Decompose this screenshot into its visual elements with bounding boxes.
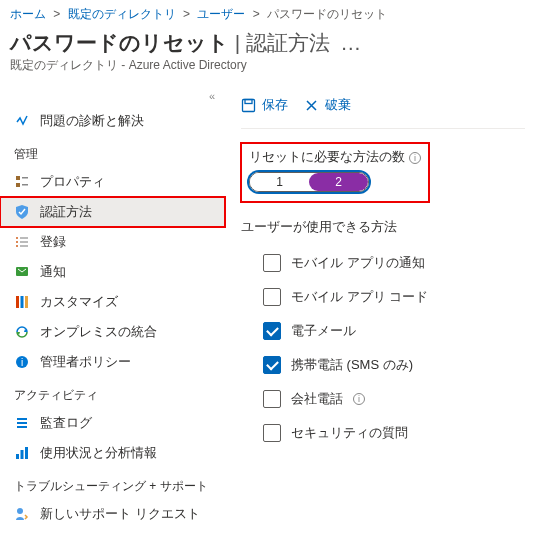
breadcrumb-users[interactable]: ユーザー: [197, 7, 245, 21]
sidebar-item-label: 使用状況と分析情報: [40, 444, 157, 462]
checkbox[interactable]: [263, 322, 281, 340]
save-icon: [241, 98, 256, 113]
sidebar-item-properties[interactable]: プロパティ: [0, 167, 225, 197]
method-row: 会社電話i: [241, 382, 525, 416]
sidebar: « 問題の診断と解決 管理 プロパティ 認証方法 登録: [0, 86, 225, 529]
sidebar-item-auth-methods[interactable]: 認証方法: [0, 197, 225, 227]
svg-rect-17: [17, 422, 27, 424]
svg-rect-24: [245, 99, 252, 103]
info-icon: i: [14, 354, 30, 370]
more-icon[interactable]: …: [340, 31, 363, 54]
required-methods-toggle[interactable]: 1 2: [249, 172, 369, 192]
list-icon: [14, 234, 30, 250]
breadcrumb-directory[interactable]: 既定のディレクトリ: [68, 7, 176, 21]
required-methods-label: リセットに必要な方法の数 i: [249, 149, 421, 166]
toggle-option-1[interactable]: 1: [250, 173, 309, 191]
method-label: モバイル アプリ コード: [291, 288, 428, 306]
info-icon[interactable]: i: [409, 152, 421, 164]
sidebar-item-label: 新しいサポート リクエスト: [40, 505, 200, 523]
sidebar-item-label: 管理者ポリシー: [40, 353, 131, 371]
sidebar-item-label: オンプレミスの統合: [40, 323, 157, 341]
svg-rect-2: [16, 183, 20, 187]
svg-rect-1: [22, 177, 28, 179]
chart-icon: [14, 445, 30, 461]
svg-rect-11: [16, 296, 19, 308]
log-icon: [14, 415, 30, 431]
bell-icon: [14, 264, 30, 280]
required-methods-group: リセットに必要な方法の数 i 1 2: [241, 143, 429, 202]
breadcrumb-current: パスワードのリセット: [267, 7, 387, 21]
checkbox[interactable]: [263, 424, 281, 442]
svg-rect-13: [25, 296, 28, 308]
chevron-right-icon: >: [253, 7, 260, 21]
sidebar-item-insights[interactable]: 使用状況と分析情報: [0, 438, 225, 468]
method-label: モバイル アプリの通知: [291, 254, 425, 272]
sidebar-item-audit-logs[interactable]: 監査ログ: [0, 408, 225, 438]
svg-rect-7: [20, 241, 28, 243]
info-icon[interactable]: i: [353, 393, 365, 405]
sync-icon: [14, 324, 30, 340]
checkbox[interactable]: [263, 390, 281, 408]
sidebar-item-label: カスタマイズ: [40, 293, 118, 311]
page-title: パスワードのリセット | 認証方法…: [10, 29, 363, 57]
section-support: トラブルシューティング + サポート: [0, 468, 225, 499]
collapse-sidebar-icon[interactable]: «: [0, 86, 225, 106]
svg-rect-5: [20, 237, 28, 239]
required-methods-text: リセットに必要な方法の数: [249, 149, 405, 166]
save-button[interactable]: 保存: [241, 96, 288, 114]
toggle-option-2[interactable]: 2: [309, 173, 368, 191]
svg-rect-3: [22, 184, 28, 186]
svg-rect-9: [20, 245, 28, 247]
sidebar-item-customize[interactable]: カスタマイズ: [0, 287, 225, 317]
breadcrumb-home[interactable]: ホーム: [10, 7, 46, 21]
page-title-row: パスワードのリセット | 認証方法…: [0, 27, 535, 57]
sidebar-item-label: 認証方法: [40, 203, 92, 221]
svg-rect-23: [243, 99, 255, 111]
svg-rect-19: [16, 454, 19, 459]
discard-button[interactable]: 破棄: [304, 96, 351, 114]
method-row: 電子メール: [241, 314, 525, 348]
chevron-right-icon: >: [183, 7, 190, 21]
properties-icon: [14, 174, 30, 190]
svg-rect-0: [16, 176, 20, 180]
page-subtitle: 既定のディレクトリ - Azure Active Directory: [0, 57, 535, 86]
svg-rect-12: [21, 296, 24, 308]
available-methods-label: ユーザーが使用できる方法: [241, 218, 525, 236]
svg-rect-20: [21, 450, 24, 459]
sidebar-item-onprem[interactable]: オンプレミスの統合: [0, 317, 225, 347]
command-bar: 保存 破棄: [241, 90, 525, 129]
sidebar-item-label: 通知: [40, 263, 66, 281]
method-row: モバイル アプリの通知: [241, 246, 525, 280]
method-label: 会社電話: [291, 390, 343, 408]
svg-rect-21: [25, 447, 28, 459]
svg-text:i: i: [21, 357, 23, 368]
checkbox[interactable]: [263, 254, 281, 272]
section-manage: 管理: [0, 136, 225, 167]
sidebar-item-label: プロパティ: [40, 173, 105, 191]
title-sub: 認証方法: [246, 31, 330, 54]
checkbox[interactable]: [263, 356, 281, 374]
content: 保存 破棄 リセットに必要な方法の数 i 1 2 ユーザーが使用できる方法 モバ…: [225, 86, 535, 529]
sidebar-item-notifications[interactable]: 通知: [0, 257, 225, 287]
svg-rect-18: [17, 426, 27, 428]
svg-rect-8: [16, 245, 18, 247]
method-label: 携帯電話 (SMS のみ): [291, 356, 413, 374]
method-label: 電子メール: [291, 322, 356, 340]
svg-point-22: [17, 508, 23, 514]
title-main: パスワードのリセット: [10, 31, 229, 54]
method-row: モバイル アプリ コード: [241, 280, 525, 314]
save-label: 保存: [262, 96, 288, 114]
sidebar-item-diagnose[interactable]: 問題の診断と解決: [0, 106, 225, 136]
methods-list: モバイル アプリの通知モバイル アプリ コード電子メール携帯電話 (SMS のみ…: [241, 246, 525, 450]
shield-icon: [14, 204, 30, 220]
sidebar-item-new-support[interactable]: 新しいサポート リクエスト: [0, 499, 225, 529]
svg-rect-16: [17, 418, 27, 420]
sidebar-item-registration[interactable]: 登録: [0, 227, 225, 257]
customize-icon: [14, 294, 30, 310]
sidebar-item-admin-policy[interactable]: i 管理者ポリシー: [0, 347, 225, 377]
close-icon: [304, 98, 319, 113]
sidebar-item-label: 問題の診断と解決: [40, 112, 144, 130]
section-activity: アクティビティ: [0, 377, 225, 408]
method-label: セキュリティの質問: [291, 424, 408, 442]
checkbox[interactable]: [263, 288, 281, 306]
